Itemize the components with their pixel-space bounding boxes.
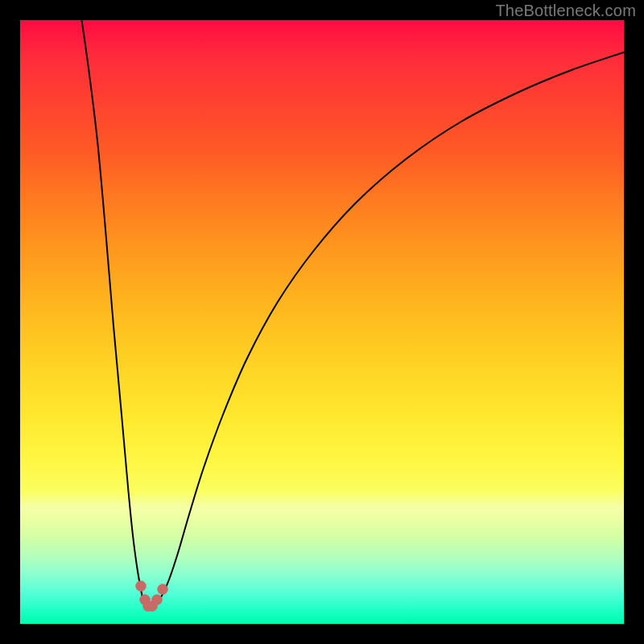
curve-markers	[136, 581, 168, 612]
bottleneck-curve	[80, 20, 624, 608]
curve-marker	[158, 584, 168, 595]
curve-marker	[136, 581, 147, 592]
chart-frame: TheBottleneck.com	[0, 0, 644, 644]
bottleneck-chart-svg	[20, 20, 624, 624]
watermark-text: TheBottleneck.com	[495, 2, 636, 20]
plot-area	[20, 20, 624, 624]
curve-marker	[152, 595, 163, 605]
